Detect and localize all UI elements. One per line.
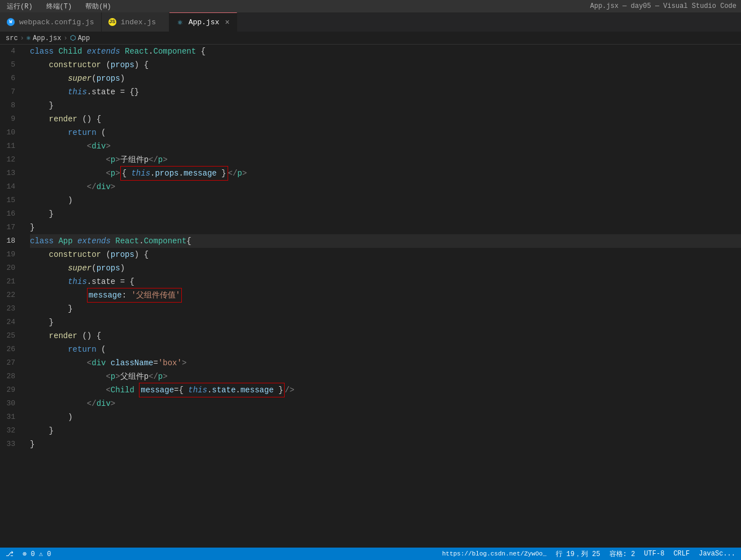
- tab-webpack[interactable]: W webpack.config.js: [0, 12, 102, 32]
- menu-terminal[interactable]: 终端(T): [44, 1, 75, 12]
- title-breadcrumb: App.jsx — day05 — Visual Studio Code: [590, 2, 736, 10]
- ln-29: 29: [0, 383, 21, 397]
- breadcrumb-app[interactable]: App: [78, 34, 90, 42]
- status-right: https://blog.csdn.net/ZywOo_ 行 19，列 25 容…: [442, 549, 735, 559]
- ln-19: 19: [0, 248, 21, 261]
- git-branch: ⎇: [6, 550, 14, 558]
- ln-8: 8: [0, 99, 21, 112]
- webpack-icon: W: [7, 18, 15, 26]
- code-line-19: constructor (props) {: [30, 248, 741, 261]
- code-line-22: message: '父组件传值': [30, 288, 741, 302]
- breadcrumb-component-icon: ⬡: [70, 34, 76, 42]
- breadcrumb-src[interactable]: src: [6, 34, 18, 42]
- menu-bar: 运行(R) 终端(T) 帮助(H) App.jsx — day05 — Visu…: [0, 0, 741, 12]
- breadcrumb-react-icon: ⚛: [27, 34, 30, 42]
- code-line-25: render () {: [30, 329, 741, 343]
- status-language: JavaSc...: [699, 550, 735, 558]
- ln-7: 7: [0, 85, 21, 99]
- ln-10: 10: [0, 126, 21, 139]
- code-line-12: <p>子组件p</p>: [30, 153, 741, 167]
- code-line-23: }: [30, 302, 741, 316]
- code-line-31: ): [30, 410, 741, 424]
- code-line-24: }: [30, 316, 741, 329]
- status-left: ⎇ ⊗ 0 ⚠ 0: [6, 550, 51, 558]
- ln-25: 25: [0, 329, 21, 343]
- ln-28: 28: [0, 370, 21, 383]
- status-spaces: 容格: 2: [609, 549, 635, 559]
- ln-20: 20: [0, 261, 21, 275]
- ln-26: 26: [0, 343, 21, 356]
- ln-24: 24: [0, 316, 21, 329]
- code-line-28: <p>父组件p</p>: [30, 370, 741, 383]
- ln-17: 17: [0, 221, 21, 234]
- code-line-18: class App extends React.Component{: [30, 234, 741, 248]
- code-line-6: super(props): [30, 72, 741, 85]
- ln-21: 21: [0, 275, 21, 288]
- code-line-8: }: [30, 99, 741, 112]
- ln-27: 27: [0, 356, 21, 370]
- code-line-16: }: [30, 207, 741, 221]
- tab-app-label: App.jsx: [189, 18, 220, 27]
- ln-16: 16: [0, 207, 21, 221]
- ln-6: 6: [0, 72, 21, 85]
- breadcrumb: src › ⚛ App.jsx › ⬡ App: [0, 32, 741, 45]
- editor: 4 5 6 7 8 9 10 11 12 13 14 15 16 17 18 1…: [0, 45, 741, 548]
- ln-5: 5: [0, 58, 21, 72]
- ln-18: 18: [0, 234, 21, 248]
- tab-bar: W webpack.config.js JS index.js ⚛ App.js…: [0, 12, 741, 32]
- code-line-33: }: [30, 438, 741, 451]
- ln-33: 33: [0, 438, 21, 451]
- tab-close-button[interactable]: ×: [225, 18, 229, 27]
- code-line-11: <div>: [30, 139, 741, 153]
- ln-22: 22: [0, 288, 21, 302]
- ln-23: 23: [0, 302, 21, 316]
- code-line-5: constructor (props) {: [30, 58, 741, 72]
- code-line-14: </div>: [30, 180, 741, 194]
- status-bar: ⎇ ⊗ 0 ⚠ 0 https://blog.csdn.net/ZywOo_ 行…: [0, 548, 741, 560]
- code-line-30: </div>: [30, 397, 741, 410]
- code-line-10: return (: [30, 126, 741, 139]
- tab-app[interactable]: ⚛ App.jsx ×: [169, 12, 237, 32]
- code-line-17: }: [30, 221, 741, 234]
- code-line-7: this.state = {}: [30, 85, 741, 99]
- code-line-4: class Child extends React.Component {: [30, 45, 741, 58]
- js-icon: JS: [108, 18, 116, 26]
- code-line-27: <div className='box'>: [30, 356, 741, 370]
- code-line-9: render () {: [30, 112, 741, 126]
- ln-14: 14: [0, 180, 21, 194]
- menu-help[interactable]: 帮助(H): [83, 1, 114, 12]
- code-line-20: super(props): [30, 261, 741, 275]
- code-line-15: ): [30, 194, 741, 207]
- code-editor[interactable]: class Child extends React.Component { co…: [25, 45, 741, 548]
- tab-index-label: index.js: [121, 18, 156, 27]
- status-encoding: UTF-8: [644, 550, 664, 558]
- ln-11: 11: [0, 139, 21, 153]
- react-icon: ⚛: [176, 19, 184, 27]
- breadcrumb-sep2: ›: [63, 34, 67, 42]
- status-position: 行 19，列 25: [556, 549, 600, 559]
- ln-9: 9: [0, 112, 21, 126]
- status-url: https://blog.csdn.net/ZywOo_: [442, 550, 547, 557]
- breadcrumb-sep1: ›: [20, 34, 24, 42]
- ln-32: 32: [0, 424, 21, 438]
- ln-4: 4: [0, 45, 21, 58]
- ln-31: 31: [0, 410, 21, 424]
- ln-15: 15: [0, 194, 21, 207]
- code-line-21: this.state = {: [30, 275, 741, 288]
- code-line-13: <p>{ this.props.message }</p>: [30, 167, 741, 180]
- code-line-26: return (: [30, 343, 741, 356]
- tab-index[interactable]: JS index.js: [102, 12, 169, 32]
- tab-webpack-label: webpack.config.js: [19, 18, 94, 27]
- line-numbers: 4 5 6 7 8 9 10 11 12 13 14 15 16 17 18 1…: [0, 45, 25, 548]
- ln-12: 12: [0, 153, 21, 167]
- code-line-29: <Child message={ this.state.message }/>: [30, 383, 741, 397]
- breadcrumb-appjsx[interactable]: App.jsx: [33, 34, 61, 42]
- status-line-ending: CRLF: [673, 550, 690, 558]
- ln-13: 13: [0, 167, 21, 180]
- error-count: ⊗ 0 ⚠ 0: [23, 550, 51, 558]
- ln-30: 30: [0, 397, 21, 410]
- code-line-32: }: [30, 424, 741, 438]
- menu-run[interactable]: 运行(R): [5, 1, 35, 12]
